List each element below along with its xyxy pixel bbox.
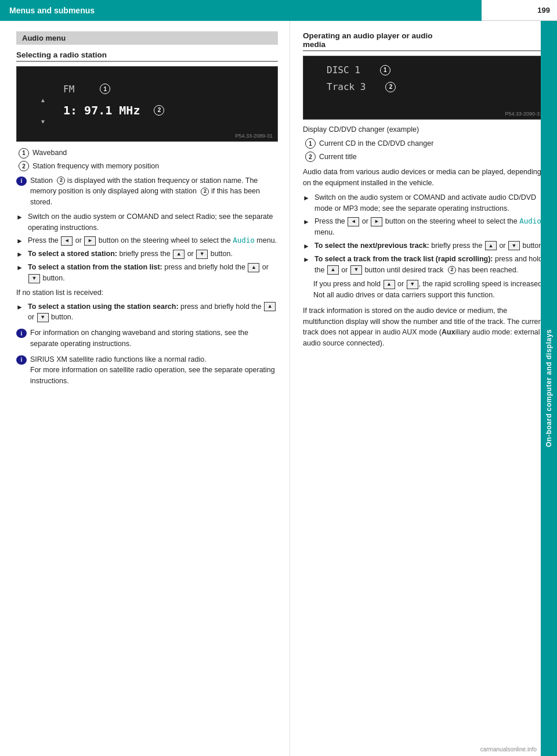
info-icon-3: i: [16, 355, 27, 365]
btn-left: [61, 236, 73, 246]
btn-up-1: [173, 250, 185, 259]
right-bullet-next-track-text: To select the next/previous track: brief…: [314, 240, 545, 251]
rapid-scroll-note: If you press and hold or , the rapid scr…: [303, 279, 548, 301]
right-bullet-press: ► Press the or button on the steering wh…: [303, 216, 548, 238]
btn-up-2: [248, 263, 259, 272]
right-bullet-rapid-text: To select a track from the track list (r…: [314, 254, 548, 276]
info-text-3: SIRIUS XM satellite radio functions like…: [30, 354, 278, 387]
right-btn-down-1: [508, 241, 520, 250]
bullet-arrow-icon-2: ►: [16, 236, 26, 246]
bullet-station-search-text: To select a station using the station se…: [28, 301, 278, 323]
radio-freq-label: 1: 97.1 MHz: [63, 103, 140, 117]
radio-annotation-1: 1: [100, 84, 110, 94]
right-btn-down-2: [350, 265, 362, 275]
right-bullet-switch-text: Switch on the audio system or COMAND and…: [314, 192, 548, 214]
no-station-list-text: If no station list is received:: [16, 287, 278, 298]
annotation-freq-text: Station frequency with memory position: [32, 161, 159, 172]
audio-menu-ref: Audio: [233, 236, 255, 244]
info-icon-2: i: [16, 329, 27, 338]
dvd-annotation-2: 2: [385, 82, 396, 92]
bullet-station-list-text: To select a station from the station lis…: [28, 262, 278, 284]
btn-down-3: [37, 313, 49, 322]
right-body-text: Audio data from various audio devices or…: [303, 167, 548, 189]
info-block-3: i SIRIUS XM satellite radio functions li…: [16, 354, 278, 387]
right-column: Operating an audio player or audiomedia …: [290, 21, 557, 756]
dvd-circle-2: 2: [305, 152, 316, 162]
header-title: Menus and submenus: [9, 6, 95, 15]
info-block-1: i Station 2 is displayed with the statio…: [16, 175, 278, 208]
dvd-annotation-title: 2 Current title: [303, 152, 548, 163]
right-section-heading: Operating an audio player or audiomedia: [303, 31, 548, 51]
circle-1: 1: [19, 148, 29, 159]
bullet-station-list: ► To select a station from the station l…: [16, 262, 278, 284]
bullet-arrow-icon-4: ►: [16, 262, 26, 273]
dvd-circle-1: 1: [305, 138, 316, 149]
track-circle-2: 2: [448, 266, 456, 274]
btn-up-3: [264, 302, 276, 311]
btn-down-2: [28, 274, 40, 283]
right-bullet-arrow-1: ►: [303, 193, 312, 203]
note-btn-down: [407, 280, 418, 289]
bullet-arrow-icon-5: ►: [16, 302, 26, 312]
radio-watermark: P54.33-2089-31: [235, 133, 273, 139]
dvd-display-image: DISC 1 1 Track 3 2 P54.33-2090-31: [303, 56, 548, 120]
dvd-caption: Display CD/DVD changer (example): [303, 124, 548, 135]
dvd-watermark: P54.33-2090-31: [505, 111, 542, 117]
info-text-2: For information on changing waveband and…: [30, 327, 278, 350]
right-btn-up-1: [485, 241, 497, 250]
info-text-1: Station 2 is displayed with the station …: [30, 175, 278, 208]
info-icon-1: i: [16, 177, 27, 186]
right-bullet-arrow-2: ►: [303, 217, 312, 227]
note-btn-up: [384, 280, 395, 289]
annotation-waveband: 1 Waveband: [16, 147, 278, 159]
circle-ref-2b: 2: [201, 188, 209, 196]
dvd-annotation-1: 1: [380, 65, 390, 75]
annotation-waveband-text: Waveband: [32, 147, 67, 159]
bullet-switch-audio: ► Switch on the audio system or COMAND a…: [16, 211, 278, 233]
header-teal-bar: Menus and submenus: [0, 0, 482, 21]
circle-2: 2: [19, 161, 29, 171]
right-bullet-press-text: Press the or button on the steering whee…: [314, 216, 548, 238]
info-block-2: i For information on changing waveband a…: [16, 327, 278, 350]
right-bullet-switch: ► Switch on the audio system or COMAND a…: [303, 192, 548, 214]
dvd-annotation-1-text: Current CD in the CD/DVD changer: [319, 138, 433, 149]
bullet-switch-audio-text: Switch on the audio system or COMAND and…: [28, 211, 278, 233]
right-bullet-arrow-3: ►: [303, 241, 312, 251]
main-content: Audio menu Selecting a radio station FM …: [0, 21, 557, 756]
right-btn-left: [348, 217, 359, 226]
bullet-arrow-icon-1: ►: [16, 212, 26, 222]
bullet-stored-station: ► To select a stored station: briefly pr…: [16, 249, 278, 260]
right-bullet-rapid-scroll: ► To select a track from the track list …: [303, 254, 548, 276]
audio-menu-label: Audio menu: [16, 31, 278, 45]
dvd-annotation-2-text: Current title: [319, 152, 357, 163]
right-btn-right: [371, 217, 382, 226]
radio-annotation-2: 2: [154, 105, 164, 116]
page-footer: carmanualsonline.info: [480, 746, 537, 753]
bullet-press-steering-text: Press the or button on the steering whee…: [28, 235, 277, 246]
bullet-stored-station-text: To select a stored station: briefly pres…: [28, 249, 233, 260]
circle-ref-2a: 2: [57, 177, 65, 185]
bullet-station-search: ► To select a station using the station …: [16, 301, 278, 323]
dvd-disc-label: DISC 1: [327, 64, 360, 75]
dvd-annotation-cd: 1 Current CD in the CD/DVD changer: [303, 138, 548, 149]
radio-fm-label: FM: [63, 84, 74, 95]
annotation-freq: 2 Station frequency with memory position: [16, 161, 278, 172]
radio-display-image: FM 1 ▲ 1: 97.1 MHz 2 ▼ P54.33-2089-31: [16, 66, 278, 142]
btn-right: [84, 236, 96, 246]
track-info-text: If track information is stored on the au…: [303, 305, 548, 349]
left-section-heading: Selecting a radio station: [16, 51, 278, 62]
right-bullet-next-track: ► To select the next/previous track: bri…: [303, 240, 548, 251]
bullet-press-steering: ► Press the or button on the steering wh…: [16, 235, 278, 246]
dvd-track-label: Track 3: [327, 81, 366, 92]
right-bullet-arrow-4: ►: [303, 254, 312, 265]
page-number: 199: [482, 0, 557, 21]
right-btn-up-2: [327, 265, 339, 275]
right-heading-text: Operating an audio player or audiomedia: [303, 31, 433, 49]
bullet-arrow-icon-3: ►: [16, 249, 26, 260]
side-tab-label: On-board computer and displays: [545, 329, 553, 447]
page-header: Menus and submenus 199: [0, 0, 557, 21]
side-tab: On-board computer and displays: [541, 21, 557, 756]
btn-down-1: [196, 250, 208, 259]
left-column: Audio menu Selecting a radio station FM …: [0, 21, 290, 756]
right-audio-ref: Audio: [519, 217, 541, 225]
